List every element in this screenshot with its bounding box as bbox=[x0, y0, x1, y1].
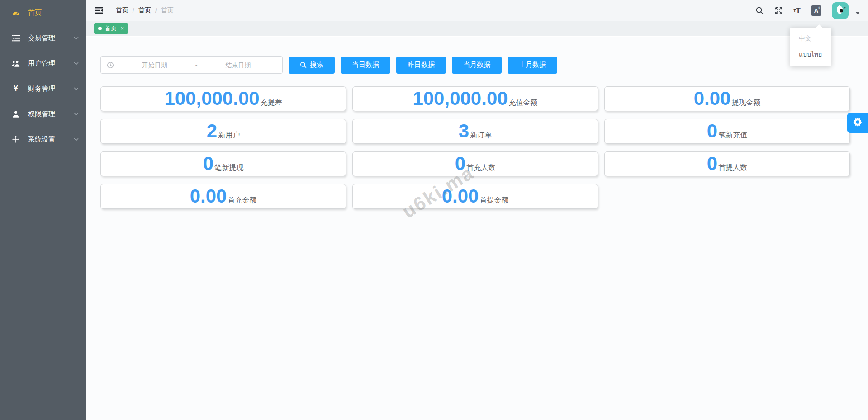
topbar-actions: тT A 文 bbox=[755, 2, 860, 19]
translate-icon[interactable]: A 文 bbox=[811, 5, 821, 16]
stat-value: 100,000.00 bbox=[164, 87, 259, 110]
finance-icon: ¥ bbox=[11, 84, 21, 93]
sidebar-item-label: 用户管理 bbox=[28, 59, 55, 68]
stat-label: 首充人数 bbox=[466, 163, 495, 173]
stat-card: 0 笔新充值 bbox=[604, 119, 850, 144]
settings-icon bbox=[11, 135, 21, 144]
stat-card: 0 笔新提现 bbox=[100, 151, 346, 176]
dropdown-caret-icon[interactable] bbox=[855, 12, 860, 14]
sidebar-item-label: 财务管理 bbox=[28, 85, 55, 93]
chevron-down-icon bbox=[74, 62, 79, 65]
stat-label: 充提差 bbox=[261, 98, 282, 108]
breadcrumb-item[interactable]: 首页 bbox=[116, 6, 128, 14]
date-end-input[interactable] bbox=[199, 61, 277, 69]
stat-value: 0 bbox=[707, 119, 717, 143]
tab-dot bbox=[98, 27, 102, 30]
stat-label: 笔新提现 bbox=[214, 163, 243, 173]
gear-icon bbox=[853, 117, 863, 129]
users-icon bbox=[11, 59, 21, 68]
sidebar-item-active[interactable]: 首页 bbox=[0, 0, 86, 25]
sidebar-item-menu[interactable]: ¥ 财务管理 bbox=[0, 76, 86, 101]
sidebar-menu: 首页 交易管理 用户管理 ¥ 财务管理 权限管理 系统设置 bbox=[0, 0, 86, 152]
stat-label: 首充金额 bbox=[228, 196, 256, 205]
language-option[interactable]: แบบไทย bbox=[790, 46, 831, 62]
stat-label: 新订单 bbox=[470, 131, 492, 140]
sidebar-item-label: 首页 bbox=[28, 9, 42, 17]
breadcrumb: 首页 / 首页 / 首页 bbox=[116, 6, 174, 14]
search-icon[interactable] bbox=[755, 6, 764, 15]
sidebar-item-label: 交易管理 bbox=[28, 34, 55, 42]
tab-label: 首页 bbox=[105, 24, 117, 33]
stat-value: 0 bbox=[455, 152, 465, 175]
chevron-down-icon bbox=[74, 87, 79, 90]
search-button[interactable]: 搜索 bbox=[289, 57, 335, 74]
stat-label: 充值金额 bbox=[509, 98, 538, 108]
stat-card: 2 新用户 bbox=[100, 119, 346, 144]
avatar[interactable] bbox=[832, 2, 849, 19]
stat-label: 笔新充值 bbox=[718, 131, 747, 140]
topbar: 首页 / 首页 / 首页 тT A 文 bbox=[86, 0, 868, 21]
quick-filter-button[interactable]: 当月数据 bbox=[452, 57, 502, 74]
sidebar-toggle-icon[interactable] bbox=[95, 6, 105, 14]
font-size-icon[interactable]: тT bbox=[793, 7, 801, 14]
stat-card: 3 新订单 bbox=[352, 119, 598, 144]
stat-label: 首提金额 bbox=[479, 196, 508, 205]
stat-card: 0 首提人数 bbox=[604, 151, 850, 176]
sidebar-item-label: 权限管理 bbox=[28, 110, 55, 118]
chevron-down-icon bbox=[74, 37, 79, 40]
stat-card: 100,000.00 充提差 bbox=[100, 86, 346, 111]
transactions-icon bbox=[11, 33, 21, 42]
sidebar-item-menu[interactable]: 权限管理 bbox=[0, 101, 86, 127]
stat-card: 0 首充人数 bbox=[352, 151, 598, 176]
language-dropdown: 中文แบบไทย bbox=[790, 28, 831, 66]
settings-gear-button[interactable] bbox=[847, 113, 868, 133]
sidebar-item-label: 系统设置 bbox=[28, 135, 55, 144]
quick-filter-button[interactable]: 当日数据 bbox=[341, 57, 390, 74]
clock-icon bbox=[107, 61, 114, 69]
main-area: 首页 / 首页 / 首页 тT A 文 bbox=[86, 0, 868, 420]
stat-card: 0.00 首提金额 bbox=[352, 184, 598, 209]
quick-filter-button[interactable]: 昨日数据 bbox=[396, 57, 446, 74]
stat-label: 新用户 bbox=[218, 131, 240, 140]
chevron-down-icon bbox=[74, 113, 79, 116]
filter-row: - 搜索 当日数据昨日数据当月数据上月数据 bbox=[100, 56, 850, 74]
sidebar: 首页 交易管理 用户管理 ¥ 财务管理 权限管理 系统设置 bbox=[0, 0, 86, 420]
chevron-down-icon bbox=[74, 138, 79, 141]
stat-card: 0.00 提现金额 bbox=[604, 86, 850, 111]
dashboard-icon bbox=[11, 8, 21, 17]
date-range-picker[interactable]: - bbox=[100, 56, 283, 74]
tab-home[interactable]: 首页 × bbox=[94, 23, 128, 34]
stat-value: 0.00 bbox=[694, 87, 731, 110]
permissions-icon bbox=[11, 109, 21, 118]
date-start-input[interactable] bbox=[116, 61, 194, 69]
breadcrumb-item[interactable]: 首页 bbox=[138, 6, 151, 14]
dashboard-content: - 搜索 当日数据昨日数据当月数据上月数据 100,000.00 充提差 100… bbox=[86, 37, 868, 420]
stat-value: 0 bbox=[707, 152, 717, 175]
stat-label: 首提人数 bbox=[718, 163, 747, 173]
stat-value: 0 bbox=[203, 152, 213, 175]
sidebar-item-menu[interactable]: 系统设置 bbox=[0, 127, 86, 152]
stat-cards-grid: 100,000.00 充提差 100,000.00 充值金额 0.00 提现金额… bbox=[100, 86, 850, 209]
quick-filter-button[interactable]: 上月数据 bbox=[508, 57, 557, 74]
sidebar-item-menu[interactable]: 交易管理 bbox=[0, 25, 86, 51]
fullscreen-icon[interactable] bbox=[774, 6, 783, 15]
stat-value: 2 bbox=[207, 119, 217, 143]
tabbar: 首页 × bbox=[86, 21, 868, 36]
tab-close-icon[interactable]: × bbox=[121, 25, 124, 32]
quick-filter-buttons: 当日数据昨日数据当月数据上月数据 bbox=[341, 57, 557, 74]
stat-card: 100,000.00 充值金额 bbox=[352, 86, 598, 111]
breadcrumb-item-current: 首页 bbox=[161, 6, 174, 14]
stat-label: 提现金额 bbox=[731, 98, 760, 108]
stat-value: 3 bbox=[459, 119, 469, 143]
stat-card: 0.00 首充金额 bbox=[100, 184, 346, 209]
stat-value: 100,000.00 bbox=[413, 87, 508, 110]
language-option[interactable]: 中文 bbox=[790, 32, 831, 46]
sidebar-item-menu[interactable]: 用户管理 bbox=[0, 51, 86, 76]
stat-value: 0.00 bbox=[190, 184, 227, 208]
stat-value: 0.00 bbox=[442, 184, 479, 208]
